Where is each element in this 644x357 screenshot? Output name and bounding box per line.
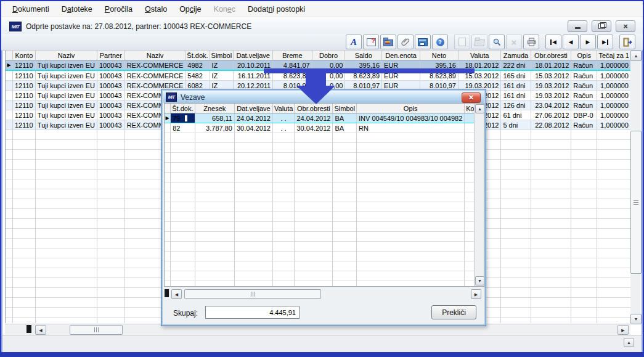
cell-dat-veljave[interactable]: 24.04.2012 [234,113,272,123]
cell-konto[interactable]: 12110 [12,60,35,71]
cell-neto[interactable]: 8.623,89 [420,70,459,81]
cell-zamuda[interactable]: 61 dni [501,110,531,120]
main-col-saldo[interactable]: Saldo [345,51,382,60]
main-col-partner[interactable]: Partner [97,51,124,60]
toolbar-attachment-button[interactable] [397,35,414,49]
scroll-up-icon[interactable]: ▲ [475,104,484,113]
main-col-naziv[interactable]: Naziv [35,51,97,60]
cell-te-aj-za-1[interactable]: 1,000000 [597,81,631,91]
cell-simbol[interactable]: IZ [210,60,234,71]
cell-breme[interactable]: 4.841,07 [273,60,312,71]
dialog-vertical-scrollbar[interactable]: ▲ ▼ [474,104,484,286]
cell-opis[interactable]: Račun [571,101,597,110]
cell-znesek[interactable]: 3.787,80 [195,123,234,133]
cell-zamuda[interactable]: 5 dni [501,120,531,130]
cell-zamuda[interactable]: 222 dni [501,60,531,71]
dialog-titlebar[interactable]: MIT Vezave ✕ [163,91,484,103]
cell-opis[interactable]: Račun [571,81,597,91]
footer-scroll-up-icon[interactable]: ▲ [624,338,634,347]
table-row[interactable]: 823.787,8030.04.2012. .30.04.2012BARN [165,123,484,133]
minimize-button[interactable] [568,20,587,32]
cell-naziv[interactable]: REX-COMMERCE [124,70,185,81]
main-col-naziv[interactable]: Naziv [124,51,185,60]
scroll-up-icon[interactable]: ▲ [630,51,642,61]
toolbar-last-record-button[interactable]: ▶ [597,35,613,49]
cancel-button[interactable]: Prekliči [431,305,476,319]
horizontal-scroll-thumb[interactable] [70,325,123,335]
main-col-konto[interactable]: Konto [12,51,35,60]
cell-dat-veljave[interactable]: 16.11.2011 [234,70,273,81]
toolbar-folder-button[interactable] [380,35,396,49]
table-row[interactable]: ▶79658,1124.04.2012. .24.04.2012BAINV 00… [165,113,484,123]
cell-obr-obresti[interactable]: 27.06.2012 [531,110,571,120]
cell-opis[interactable]: Račun [571,91,597,101]
cell-opis[interactable]: RN [357,123,465,133]
main-col-obr-obresti[interactable]: Obr.obresti [531,51,571,60]
cell-partner[interactable]: 100043 [97,110,124,120]
cell-konto[interactable]: 12110 [12,110,35,120]
cell-obr-obresti[interactable]: 19.03.2012 [531,91,571,101]
cell-konto[interactable]: 12110 [12,70,35,81]
cell-opis[interactable]: Račun [571,70,597,81]
menu-item-poro-ila[interactable]: Poročila [99,2,139,16]
menu-item-opcije[interactable]: Opcije [173,2,207,16]
cell-t-dok[interactable]: 79 [171,113,195,123]
cell-naziv[interactable]: Tuji kupci izven EU [35,81,97,91]
main-col-zamuda[interactable]: Zamuda [501,51,531,60]
vertical-scroll-thumb[interactable] [630,131,642,274]
cell-te-aj-za-1[interactable]: 1,000000 [597,120,631,130]
menu-item-dodatni-postopki[interactable]: Dodatni postopki [242,2,311,16]
cell-valuta[interactable]: 18.01.2012 [458,60,501,71]
dialog-col-simbol[interactable]: Simbol [333,104,357,113]
toolbar-font-button[interactable]: A [346,35,362,49]
cell-valuta[interactable]: 15.03.2012 [458,70,501,81]
toolbar-search-button[interactable] [489,35,505,49]
cell-opis[interactable]: DBP-0 [571,110,597,120]
main-col-dat-veljave[interactable]: Dat.veljave [234,51,273,60]
table-row[interactable]: ▶12110Tuji kupci izven EU100043REX-COMME… [6,60,631,71]
menu-item-dokumenti[interactable]: Dokumenti [6,2,55,16]
dialog-col-valuta[interactable]: Valuta [273,104,295,113]
close-button[interactable]: × [616,20,635,32]
cell-konto[interactable]: 12110 [12,101,35,110]
cell-simbol[interactable]: IZ [210,70,234,81]
dialog-col-znesek[interactable]: Znesek [195,104,234,113]
main-col-neto[interactable]: Neto [420,51,459,60]
scroll-right-icon[interactable]: ▶ [618,325,629,335]
cell-dobro[interactable]: 0,00 [312,70,345,81]
dialog-col-dat-veljave[interactable]: Dat.veljave [234,104,272,113]
grid-splitter-handle[interactable] [165,289,169,297]
scroll-right-icon[interactable]: ▶ [471,289,481,299]
cell-partner[interactable]: 100043 [97,101,124,110]
cell-obr-obresti[interactable]: 22.08.2012 [531,120,571,130]
cell-naziv[interactable]: Tuji kupci izven EU [35,60,97,71]
cell-t-dok[interactable]: 4982 [185,60,210,71]
cell-saldo[interactable]: 8.623,89 [345,70,382,81]
main-col-opis[interactable]: Opis [571,51,597,60]
horizontal-scroll-thumb[interactable] [184,289,321,299]
cell-obr-obresti[interactable]: 15.03.2012 [531,70,571,81]
cell-partner[interactable]: 100043 [97,60,124,71]
main-col-te-aj-za-1[interactable]: Tečaj za 1 [597,51,631,60]
scroll-left-icon[interactable]: ◀ [35,325,46,335]
main-col-dobro[interactable]: Dobro [312,51,345,60]
cell-dat-veljave[interactable]: 30.04.2012 [234,123,272,133]
cell-t-dok[interactable]: 5482 [185,70,210,81]
toolbar-help-button[interactable]: ? [432,35,448,49]
scroll-down-icon[interactable]: ▼ [630,314,642,324]
cell-naziv[interactable]: Tuji kupci izven EU [35,110,97,120]
cell-obr-obresti[interactable]: 23.04.2012 [531,101,571,110]
cell-opis[interactable]: INV 004549/10 004983/10 004982 [357,113,465,123]
scroll-down-icon[interactable]: ▼ [475,276,484,285]
cell-dobro[interactable]: 0,00 [312,60,345,71]
cell-zamuda[interactable]: 165 dni [501,70,531,81]
cell-breme[interactable]: 8.623,89 [273,70,312,81]
cell-naziv[interactable]: Tuji kupci izven EU [35,101,97,110]
dialog-col-t-dok[interactable]: Št.dok. [171,104,195,113]
main-col-simbol[interactable]: Simbol [210,51,234,60]
toolbar-window-properties-button[interactable]: ? [363,35,379,49]
cell-konto[interactable]: 12110 [12,91,35,101]
cell-obr-obresti[interactable]: 30.04.2012 [295,123,333,133]
cell-obr-obresti[interactable]: 19.03.2012 [531,81,571,91]
toolbar-exit-button[interactable] [619,35,635,49]
